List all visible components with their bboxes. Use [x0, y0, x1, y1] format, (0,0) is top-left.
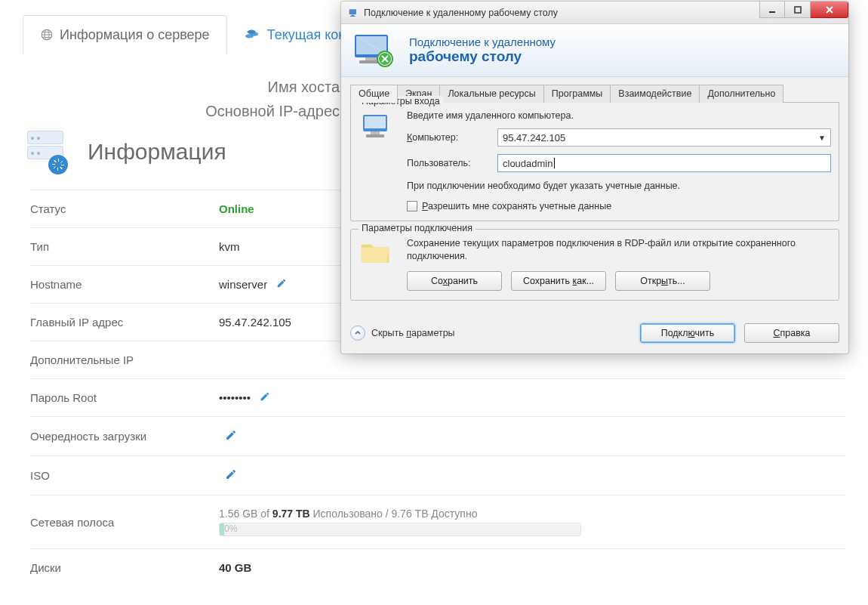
dialog-body: Общие Экран Локальные ресурсы Программы … [341, 77, 848, 319]
svg-rect-8 [769, 11, 775, 13]
save-creds-checkbox[interactable]: Разрешить мне сохранять учетные данные [407, 201, 831, 211]
dialog-footer: Скрыть параметры Подключить Справка [341, 319, 848, 353]
tab-server-info[interactable]: Информация о сервере [23, 15, 227, 54]
svg-rect-18 [365, 116, 386, 128]
edit-iso-icon[interactable] [225, 470, 237, 483]
connection-legend: Параметры подключения [359, 223, 476, 233]
svg-rect-6 [351, 14, 354, 15]
svg-rect-7 [350, 16, 356, 17]
banner-text: Подключение к удаленному рабочему столу [409, 35, 556, 65]
folder-icon [359, 237, 399, 291]
banner-line2: рабочему столу [409, 48, 556, 65]
row-bandwidth: Сетевая полоса 1.56 GB of 9.77 TB Исполь… [30, 495, 845, 548]
type-value: kvm [219, 240, 240, 253]
root-label: Пароль Root [30, 391, 219, 404]
computer-value: 95.47.242.105 [503, 132, 565, 144]
svg-rect-12 [365, 57, 377, 60]
username-value: cloudadmin [503, 158, 553, 169]
computer-combo[interactable]: 95.47.242.105 ▼ [497, 128, 831, 147]
rdp-banner-icon [352, 30, 400, 71]
section-title-text: Информация [88, 139, 226, 165]
edit-root-icon[interactable] [260, 391, 270, 404]
username-input[interactable]: cloudadmin [497, 154, 831, 172]
extraip-label: Дополнительные IP [30, 353, 219, 366]
svg-rect-9 [795, 7, 801, 13]
svg-rect-19 [371, 131, 380, 134]
connection-desc: Сохранение текущих параметров подключени… [407, 237, 831, 264]
hostname-label: Имя хоста [23, 75, 340, 99]
edit-hostname-icon[interactable] [276, 278, 287, 291]
window-title: Подключение к удаленному рабочему столу [364, 8, 558, 18]
rdp-app-icon [347, 7, 359, 19]
iso-value[interactable] [219, 468, 237, 483]
close-button[interactable] [811, 2, 848, 18]
row-disks: Диски 40 GB [30, 548, 845, 586]
status-label: Статус [30, 202, 219, 215]
open-button[interactable]: Открыть... [615, 271, 710, 291]
connection-group: Параметры подключения Сохранение текущих… [350, 229, 839, 301]
disks-label: Диски [30, 561, 219, 574]
ip-label: Основной IP-адрес [23, 99, 340, 123]
tab-general[interactable]: Общие [350, 85, 398, 103]
bootorder-label: Очередность загрузки [30, 430, 219, 443]
checkbox-icon [407, 201, 417, 211]
maximize-button[interactable] [785, 2, 811, 18]
mainip-value: 95.47.242.105 [219, 316, 291, 329]
rdp-dialog: Подключение к удаленному рабочему столу [341, 2, 848, 353]
edit-bootorder-icon[interactable] [225, 431, 237, 443]
type-label: Тип [30, 240, 219, 253]
user-label: Пользователь: [407, 158, 490, 168]
server-icon [27, 131, 72, 173]
globe-icon [40, 28, 54, 42]
computer-label: Компьютер: [407, 132, 490, 143]
login-hint: Введите имя удаленного компьютера. [407, 110, 831, 121]
stack-icon [245, 26, 261, 43]
tab-experience[interactable]: Взаимодействие [610, 85, 700, 103]
row-bootorder: Очередность загрузки [30, 416, 845, 455]
row-root: Пароль Root •••••••• [30, 378, 845, 416]
header-summary: Имя хоста Основной IP-адрес [23, 54, 340, 131]
collapse-icon [350, 326, 365, 341]
creds-note: При подключении необходимо будет указать… [407, 180, 831, 193]
iso-label: ISO [30, 469, 219, 482]
tab-local-resources[interactable]: Локальные ресурсы [439, 85, 543, 103]
save-button[interactable]: Сохранить [407, 271, 502, 291]
disks-value: 40 GB [219, 561, 251, 574]
hostname-value: winserver [219, 278, 287, 291]
svg-point-4 [247, 30, 255, 35]
tab-server-info-label: Информация о сервере [60, 27, 210, 43]
hostname-field-label: Hostname [30, 278, 219, 291]
svg-rect-20 [366, 134, 384, 137]
tab-advanced[interactable]: Дополнительно [699, 85, 783, 103]
row-iso: ISO [30, 455, 845, 495]
banner-line1: Подключение к удаленному [409, 35, 556, 48]
bandwidth-value: 1.56 GB of 9.77 TB Использовано / 9.76 T… [219, 508, 581, 536]
minimize-button[interactable] [759, 2, 785, 18]
mainip-label: Главный IP адрес [30, 316, 219, 329]
bootorder-value[interactable] [219, 429, 237, 443]
save-as-button[interactable]: Сохранить как... [511, 271, 606, 291]
hide-options-toggle[interactable]: Скрыть параметры [350, 326, 455, 341]
svg-rect-5 [349, 9, 356, 14]
tab-current-config-label: Текущая кон [267, 27, 346, 43]
dialog-banner: Подключение к удаленному рабочему столу [341, 24, 848, 77]
bandwidth-label: Сетевая полоса [30, 516, 219, 529]
bandwidth-progress: 0% [219, 523, 581, 536]
computer-icon [359, 110, 395, 147]
tab-programs[interactable]: Программы [543, 85, 611, 103]
chevron-down-icon: ▼ [818, 134, 826, 142]
titlebar[interactable]: Подключение к удаленному рабочему столу [341, 2, 848, 24]
bandwidth-pct: 0% [224, 523, 237, 534]
root-value: •••••••• [219, 391, 270, 404]
window-controls [759, 2, 848, 18]
status-value: Online [219, 202, 254, 215]
login-group: Параметры входа Введите имя удаленного к… [350, 103, 839, 221]
connect-button[interactable]: Подключить [640, 323, 735, 343]
help-button[interactable]: Справка [744, 323, 839, 343]
